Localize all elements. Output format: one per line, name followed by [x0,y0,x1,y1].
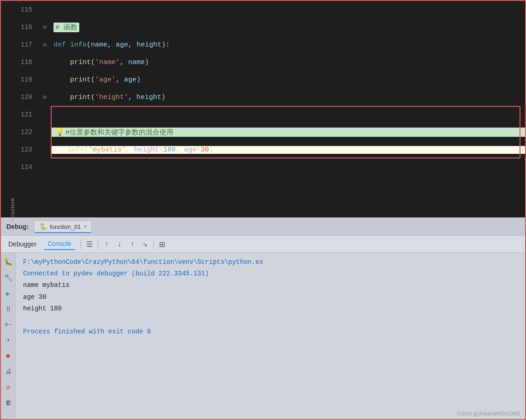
console-line-age: age 30 [23,292,518,303]
line-number-121: 121 [1,111,38,118]
code-lines: 115 116 ⊡ # 函数 117 ⊟ def info(name, age,… [1,1,525,217]
line-number-119: 119 [1,76,38,83]
line-number-118: 118 [1,58,38,66]
console-output: F:\myPythonCode\CrazyPython\04\function\… [16,253,525,420]
print-call-118: print [70,58,91,66]
toolbar-btn-down[interactable]: ↓ [113,238,126,251]
console-left-bar: 🐛 🔧 ▶ ⏸ ≡→ ⬇ ● 🖨 ⊘ 🗑 [1,253,16,420]
gutter-116: ⊡ [38,24,52,31]
line-number-123: 123 [1,146,38,153]
debug-label: Debug: [6,223,29,230]
tab-console[interactable]: Console [44,238,75,250]
toolbar-btn-menu[interactable]: ☰ [83,238,96,251]
code-line-117: 117 ⊟ def info(name, age, height): [1,36,525,53]
watermark: CSDN @JH&&HANDSOME [457,411,520,416]
line-content-120: print('height', height) [52,93,525,101]
line-number-116: 116 [1,23,38,31]
gutter-120: ⊡ [38,94,52,101]
comment-122: #位置参数和关键字参数的混合使用 [65,128,173,137]
debug-icon-stop[interactable]: ⏸ [2,303,15,315]
lightbulb-icon: 💡 [55,128,65,137]
line-content-117: def info(name, age, height): [52,41,525,49]
toolbar-btn-table[interactable]: ⊞ [156,238,169,251]
toolbar-separator-2 [98,239,98,249]
line-number-120: 120 [1,93,38,101]
line-content-118: print('name', name) [52,58,525,66]
tab-debugger[interactable]: Debugger [5,239,41,250]
print-call-120: print [70,93,91,101]
debug-icon-print[interactable]: 🖨 [2,365,15,378]
debugger-tabs: Debugger Console [1,236,79,252]
line-content-123: info('mybatis', height=180, age=30) [52,146,525,154]
console-line-empty [23,315,518,326]
line-number-117: 117 [1,41,38,48]
code-line-121: 121 [1,106,525,123]
line-content-116: # 函数 [52,23,525,32]
line-number-115: 115 [1,6,38,13]
line-content-119: print('age', age) [52,76,525,84]
code-editor: 115 116 ⊡ # 函数 117 ⊟ def info(name, age,… [1,1,525,217]
debug-toolbar-row: Debugger Console ☰ ↑ ↓ ↑ ↘ ⊞ [1,236,525,253]
code-line-123: 123 info('mybatis', height=180, age=30) [1,141,525,158]
debug-tab-function01[interactable]: 🐍 function_01 × [34,221,92,233]
debug-sidebar: 🐛 🔧 ▶ ⏸ ≡→ ⬇ ● 🖨 ⊘ 🗑 F:\myPythonCode\Cra… [1,253,525,420]
code-line-119: 119 print('age', age) [1,71,525,88]
toolbar-btn-up[interactable]: ↑ [100,238,113,251]
debug-icon-down-arrow[interactable]: ⬇ [2,334,15,347]
code-line-122: 122 💡#位置参数和关键字参数的混合使用 [1,123,525,141]
print-call-119: print [70,76,91,84]
console-line-path: F:\myPythonCode\CrazyPython\04\function\… [23,257,518,268]
debug-icon-play[interactable]: ▶ [2,287,15,300]
toolbar-separator-3 [154,239,154,249]
tab-close-button[interactable]: × [83,223,87,230]
highlighted-block: 121 122 💡#位置参数和关键字参数的混合使用 123 info('myba… [1,106,525,158]
code-line-124: 124 [1,158,525,176]
fn-name-info: info [70,41,87,49]
debug-panel: Debug: 🐍 function_01 × Debugger Console … [1,217,525,420]
debug-header: Debug: 🐍 function_01 × [1,218,525,236]
gutter-117: ⊟ [38,41,52,48]
debug-icon-red-circle[interactable]: ● [2,350,15,362]
console-line-name: name mybatis [23,280,518,291]
code-line-116: 116 ⊡ # 函数 [1,18,525,36]
debug-icon-slash[interactable]: ⊘ [2,381,15,394]
console-line-exit: Process finished with exit code 0 [23,326,518,338]
console-line-height: height 180 [23,303,518,315]
toolbar-btn-step[interactable]: ↘ [139,238,152,251]
code-line-120: 120 ⊡ print('height', height) [1,88,525,106]
toolbar-separator-1 [81,239,81,249]
fn-call-info: info [68,146,84,154]
keyword-def: def [53,41,66,49]
line-number-124: 124 [1,163,38,171]
comment-116: # 函数 [53,23,79,32]
line-number-122: 122 [1,128,38,136]
structure-label: Structure [10,198,15,222]
line-content-122: 💡#位置参数和关键字参数的混合使用 [52,128,525,137]
tab-name: function_01 [50,223,81,230]
console-line-connected: Connected to pydev debugger (build 222.3… [23,268,518,280]
code-line-118: 118 print('name', name) [1,53,525,71]
debug-icon-lines[interactable]: ≡→ [2,318,15,331]
python-icon: 🐍 [39,223,47,230]
debug-icon-wrench[interactable]: 🔧 [2,271,15,284]
debug-icon-bug[interactable]: 🐛 [2,256,15,268]
toolbar-btn-up2[interactable]: ↑ [126,238,139,251]
code-line-115: 115 [1,1,525,18]
debug-icon-trash[interactable]: 🗑 [2,397,15,409]
